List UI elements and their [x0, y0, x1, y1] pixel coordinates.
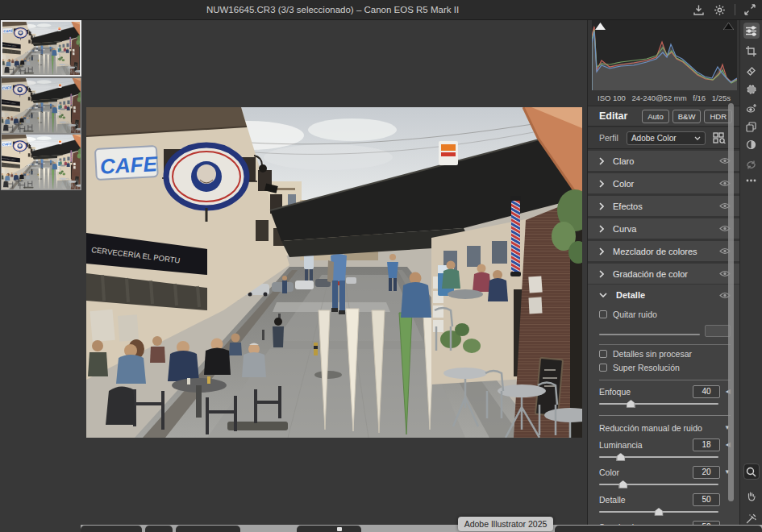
lens-value: 24-240@52 mm — [631, 94, 686, 102]
divider — [599, 380, 731, 380]
chevron-right-icon[interactable] — [599, 180, 604, 188]
section-curva[interactable]: Curva — [588, 218, 740, 239]
profile-value: Adobe Color — [631, 134, 677, 143]
filmstrip — [0, 19, 84, 532]
section-claro[interactable]: Claro — [588, 151, 740, 171]
color-nr-label: Color — [599, 468, 693, 477]
window-title: NUW16645.CR3 (3/3 seleccionado) – Canon … — [0, 0, 665, 19]
chevron-right-icon[interactable] — [599, 202, 604, 210]
red-eye-tool-icon[interactable] — [743, 100, 760, 116]
section-detalle-header[interactable]: Detalle — [588, 285, 740, 305]
slider-thumb[interactable] — [618, 480, 627, 488]
chevron-right-icon[interactable] — [599, 157, 604, 165]
crop-tool-icon[interactable] — [743, 43, 760, 59]
chevron-down-icon — [694, 136, 701, 140]
dock[interactable] — [81, 525, 762, 532]
iso-value: ISO 100 — [598, 94, 626, 102]
histogram[interactable] — [592, 20, 737, 90]
panel-scrollbar[interactable] — [728, 103, 734, 501]
shadow-clipping-icon[interactable] — [595, 23, 606, 30]
section-list: Claro Color Efectos Curva Mezclador de c… — [588, 151, 740, 286]
section-gradacion[interactable]: Gradación de color — [588, 264, 740, 284]
luminancia-slider[interactable] — [599, 453, 718, 461]
edit-tool-icon[interactable] — [743, 23, 760, 39]
white-balance-sampler-icon[interactable] — [743, 510, 760, 526]
chevron-down-icon[interactable] — [599, 293, 607, 297]
slider-thumb[interactable] — [655, 508, 664, 516]
more-options-icon[interactable] — [743, 172, 760, 189]
settings-gear-icon[interactable] — [714, 4, 726, 16]
chevron-right-icon[interactable] — [599, 270, 604, 278]
quitar-ruido-value-box — [705, 325, 731, 337]
reduccion-manual-label: Reducción manual de ruido — [599, 423, 720, 433]
sync-icon[interactable] — [743, 156, 760, 172]
section-detalle-expanded: Detalle Quitar ruido Detalles sin proces… — [588, 285, 740, 526]
detal-nr-value-box[interactable]: 50 — [693, 493, 720, 506]
tool-rail — [739, 19, 762, 532]
color-nr-slider[interactable] — [599, 480, 718, 488]
zoom-tool-icon[interactable] — [743, 463, 760, 480]
masking-tool-icon[interactable] — [743, 81, 760, 98]
chevron-right-icon[interactable] — [599, 225, 604, 233]
healing-remove-tool-icon[interactable] — [743, 62, 760, 78]
luminancia-value-box[interactable]: 18 — [693, 438, 720, 451]
panel-title: Editar — [599, 110, 639, 122]
auto-button[interactable]: Auto — [642, 110, 669, 123]
fullscreen-icon[interactable] — [744, 4, 756, 15]
detal-nr-label: Detalle — [599, 495, 693, 505]
title-bar: NUW16645.CR3 (3/3 seleccionado) – Canon … — [0, 0, 762, 20]
capture-info: ISO 100 24-240@52 mm f/16 1/25s — [592, 91, 736, 104]
browse-profiles-icon[interactable] — [713, 132, 726, 143]
slider-thumb[interactable] — [627, 400, 635, 408]
dock-app-icon — [337, 527, 342, 531]
export-icon[interactable] — [693, 4, 705, 16]
profile-label: Perfil — [599, 133, 618, 143]
quitar-ruido-amount-slider-disabled — [599, 325, 731, 337]
profile-select[interactable]: Adobe Color — [627, 131, 706, 145]
edit-panel: ISO 100 24-240@52 mm f/16 1/25s Editar A… — [587, 19, 740, 532]
divider — [599, 344, 731, 345]
luminancia-label: Luminancia — [599, 440, 693, 450]
aperture-value: f/16 — [693, 94, 706, 102]
hand-tool-icon[interactable] — [743, 488, 760, 504]
section-efectos[interactable]: Efectos — [588, 196, 740, 216]
slider-thumb[interactable] — [616, 453, 625, 461]
section-color[interactable]: Color — [588, 173, 740, 193]
thumbnail-3[interactable] — [1, 134, 81, 190]
chevron-right-icon[interactable] — [599, 247, 604, 256]
section-mezclador[interactable]: Mezclador de colores — [588, 241, 740, 261]
super-resolucion-label: Super Resolución — [613, 363, 680, 372]
enfoque-value-box[interactable]: 40 — [693, 385, 720, 398]
super-resolucion-checkbox[interactable] — [599, 364, 607, 372]
highlight-clipping-icon[interactable] — [723, 23, 734, 30]
enfoque-label: Enfoque — [599, 387, 693, 397]
main-photo-canvas[interactable] — [86, 107, 582, 438]
versions-icon[interactable] — [743, 118, 760, 135]
thumbnail-2[interactable] — [1, 77, 81, 134]
quitar-ruido-label: Quitar ruido — [613, 310, 657, 319]
color-nr-value-box[interactable]: 20 — [693, 466, 720, 479]
quitar-ruido-checkbox[interactable] — [599, 310, 607, 318]
enfoque-slider[interactable] — [599, 400, 718, 408]
detalles-sin-procesar-checkbox[interactable] — [599, 350, 607, 358]
shutter-value: 1/25s — [712, 94, 731, 102]
detalles-sin-procesar-label: Detalles sin procesar — [613, 349, 692, 359]
dock-tooltip: Adobe Illustrator 2025 — [458, 517, 553, 531]
detal-nr-slider[interactable] — [599, 508, 718, 516]
bw-button[interactable]: B&W — [672, 110, 702, 123]
titlebar-divider — [735, 4, 735, 15]
thumbnail-1-selected[interactable] — [1, 20, 81, 77]
presets-icon[interactable] — [743, 136, 760, 152]
